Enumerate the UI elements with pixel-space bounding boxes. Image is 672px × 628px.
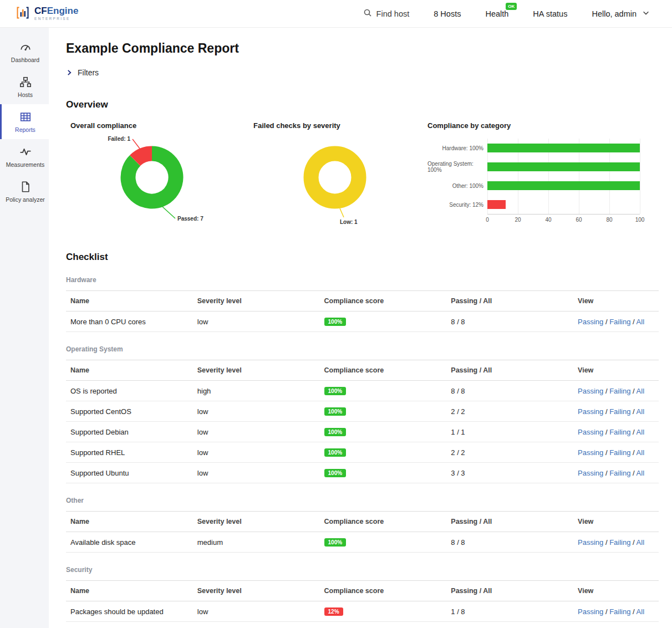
passing-cell: 3 / 3	[446, 463, 573, 483]
view-passing-link[interactable]: Passing	[578, 387, 603, 395]
link-separator: /	[603, 448, 609, 457]
view-failing-link[interactable]: Failing	[609, 318, 630, 326]
table-row: OS is reportedhigh100%8 / 8Passing / Fai…	[66, 381, 659, 401]
view-passing-link[interactable]: Passing	[578, 318, 603, 326]
view-failing-link[interactable]: Failing	[609, 387, 630, 395]
view-all-link[interactable]: All	[637, 318, 644, 326]
link-separator: /	[603, 428, 609, 436]
hosts-icon	[19, 76, 32, 88]
view-failing-link[interactable]: Failing	[609, 469, 630, 477]
brand-logo[interactable]: CFEngine ENTERPRISE	[16, 6, 78, 22]
svg-text:Failed: 1: Failed: 1	[108, 136, 130, 142]
view-passing-link[interactable]: Passing	[578, 538, 603, 547]
view-failing-link[interactable]: Failing	[609, 448, 630, 457]
link-separator: /	[603, 318, 609, 326]
view-passing-link[interactable]: Passing	[578, 469, 603, 477]
check-name-cell: Supported RHEL	[66, 442, 193, 463]
view-links-cell: Passing / Failing / All	[573, 381, 659, 401]
score-cell: 12%	[320, 601, 447, 622]
compliance-score-badge: 100%	[324, 428, 347, 436]
sidebar-item-hosts[interactable]: Hosts	[0, 69, 49, 104]
view-all-link[interactable]: All	[637, 428, 644, 436]
view-failing-link[interactable]: Failing	[609, 538, 630, 547]
sidebar-item-policy-analyzer[interactable]: Policy analyzer	[0, 174, 49, 209]
compliance-by-category-chart: Compliance by categoryHardware: 100%Oper…	[427, 121, 659, 229]
sidebar-item-dashboard[interactable]: Dashboard	[0, 34, 49, 69]
checklist-table-operating-system: NameSeverity levelCompliance scorePassin…	[66, 360, 659, 483]
chevron-down-icon	[642, 9, 650, 18]
column-header-compliance-score: Compliance score	[320, 360, 447, 381]
view-all-link[interactable]: All	[637, 448, 644, 457]
bar-row	[487, 157, 640, 176]
sidebar-item-reports[interactable]: Reports	[0, 104, 49, 139]
check-name-cell: Available disk space	[66, 532, 193, 553]
axis-tick-label: 60	[576, 217, 582, 223]
view-links-cell: Passing / Failing / All	[573, 401, 659, 422]
score-cell: 100%	[320, 532, 447, 553]
column-header-name: Name	[66, 360, 193, 381]
bar-row	[487, 139, 640, 157]
axis-tick-label: 80	[606, 217, 612, 223]
group-title-other: Other	[66, 497, 659, 504]
view-links-cell: Passing / Failing / All	[573, 312, 659, 332]
check-name-cell: OS is reported	[66, 381, 193, 401]
sidebar-item-label: Policy analyzer	[6, 196, 45, 203]
view-passing-link[interactable]: Passing	[578, 607, 603, 616]
table-row: Supported Ubuntulow100%3 / 3Passing / Fa…	[66, 463, 659, 483]
check-name-cell: Supported Debian	[66, 422, 193, 442]
failed-checks-by-severity-chart: Failed checks by severityLow: 1	[249, 121, 427, 229]
table-row: More than 0 CPU coreslow100%8 / 8Passing…	[66, 312, 659, 332]
score-cell: 100%	[320, 401, 447, 422]
view-links-cell: Passing / Failing / All	[573, 532, 659, 553]
view-all-link[interactable]: All	[637, 387, 644, 395]
view-failing-link[interactable]: Failing	[609, 428, 630, 436]
column-header-severity-level: Severity level	[193, 291, 320, 312]
bar-operating-system	[487, 162, 640, 171]
main-content: Example Compliance Report Filters Overvi…	[49, 28, 672, 628]
column-header-passing-all: Passing / All	[446, 512, 573, 532]
view-all-link[interactable]: All	[637, 538, 644, 547]
severity-cell: low	[193, 463, 320, 483]
column-header-name: Name	[66, 512, 193, 532]
sidebar-item-label: Hosts	[18, 91, 33, 98]
link-separator: /	[630, 428, 636, 436]
passing-cell: 2 / 2	[446, 442, 573, 463]
find-host-search[interactable]: Find host	[363, 8, 410, 19]
axis-tick-label: 20	[515, 217, 521, 223]
view-failing-link[interactable]: Failing	[609, 407, 630, 416]
view-passing-link[interactable]: Passing	[578, 407, 603, 416]
sidebar-item-measurements[interactable]: Measurements	[0, 139, 49, 174]
view-failing-link[interactable]: Failing	[609, 607, 630, 616]
search-icon	[363, 8, 372, 19]
score-cell: 100%	[320, 312, 447, 332]
bar-other	[487, 181, 640, 190]
view-all-link[interactable]: All	[637, 407, 644, 416]
hosts-count[interactable]: 8 Hosts	[434, 9, 461, 18]
donut-chart-svg: Failed: 1Passed: 7	[66, 133, 232, 227]
view-passing-link[interactable]: Passing	[578, 428, 603, 436]
link-separator: /	[603, 407, 609, 416]
health-menu[interactable]: Health OK	[485, 9, 508, 18]
compliance-score-badge: 100%	[324, 538, 347, 547]
column-header-severity-level: Severity level	[193, 512, 320, 532]
ha-status[interactable]: HA status	[533, 9, 567, 18]
view-all-link[interactable]: All	[637, 607, 644, 616]
checklist-heading: Checklist	[66, 252, 659, 263]
severity-cell: low	[193, 601, 320, 622]
view-links-cell: Passing / Failing / All	[573, 442, 659, 463]
checklist-table-other: NameSeverity levelCompliance scorePassin…	[66, 511, 659, 553]
link-separator: /	[630, 538, 636, 547]
link-separator: /	[630, 448, 636, 457]
policy-analyzer-icon	[19, 181, 32, 193]
filters-toggle[interactable]: Filters	[66, 68, 99, 77]
cfengine-logo-icon	[16, 6, 30, 22]
link-separator: /	[630, 407, 636, 416]
view-all-link[interactable]: All	[637, 469, 644, 477]
user-menu[interactable]: Hello, admin	[592, 9, 650, 18]
view-passing-link[interactable]: Passing	[578, 448, 603, 457]
column-header-view: View	[573, 581, 659, 601]
passing-cell: 8 / 8	[446, 532, 573, 553]
charts-row: Overall complianceFailed: 1Passed: 7Fail…	[66, 121, 659, 229]
reports-icon	[19, 111, 32, 123]
link-separator: /	[603, 387, 609, 395]
